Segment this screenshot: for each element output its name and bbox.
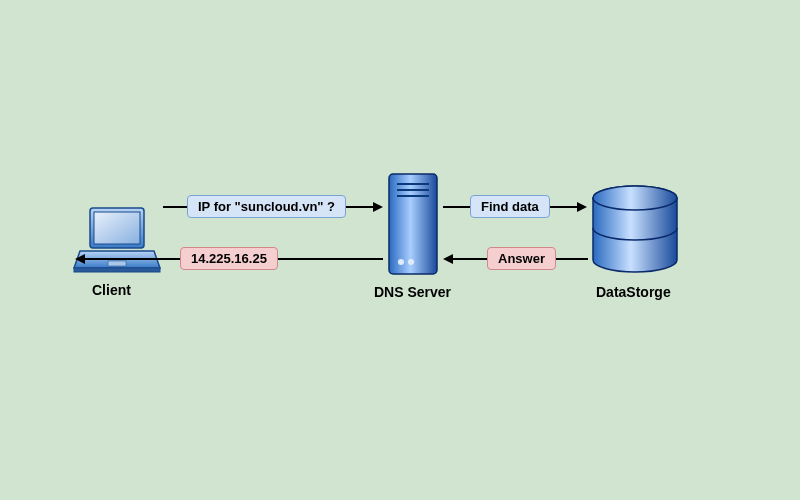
query-label: IP for "suncloud.vn" ? (187, 195, 346, 218)
arrow-head-icon (75, 254, 85, 264)
arrow-head-icon (373, 202, 383, 212)
svg-rect-2 (74, 268, 160, 272)
ip-result-label: 14.225.16.25 (180, 247, 278, 270)
arrow-head-icon (577, 202, 587, 212)
svg-point-11 (593, 186, 677, 210)
dns-server-label: DNS Server (374, 284, 451, 300)
svg-point-8 (398, 259, 404, 265)
svg-rect-3 (108, 261, 126, 266)
svg-rect-1 (94, 212, 140, 244)
data-storage-icon (588, 184, 682, 276)
svg-point-9 (408, 259, 414, 265)
dns-server-icon (383, 170, 443, 280)
client-laptop-icon (72, 206, 162, 276)
client-label: Client (92, 282, 131, 298)
find-data-label: Find data (470, 195, 550, 218)
arrow-head-icon (443, 254, 453, 264)
data-storage-label: DataStorge (596, 284, 671, 300)
answer-label: Answer (487, 247, 556, 270)
